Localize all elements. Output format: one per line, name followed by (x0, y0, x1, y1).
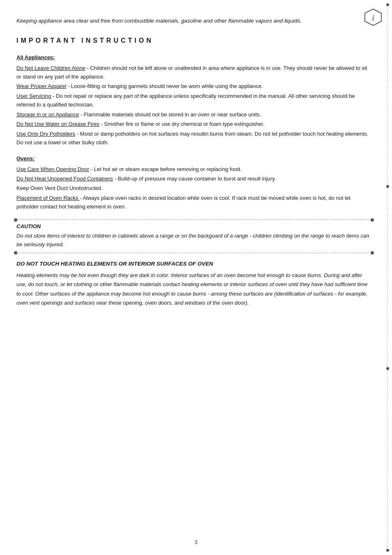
caution-dot-tr (371, 218, 374, 222)
oven-term-4: Placement of Oven Racks (16, 195, 80, 201)
border-dot-bottom (386, 549, 389, 552)
warning-block: DO NOT TOUCH HEATING ELEMENTS OR INTERIO… (16, 261, 371, 307)
right-border-decoration (386, 0, 389, 555)
oven-desc-1: - Let hot air or steam escape before rem… (89, 166, 242, 172)
ovens-label: Ovens: (16, 155, 371, 162)
ovens-block: Ovens: Use Care When Opening Door - Let … (16, 155, 371, 211)
oven-term-2: Do Not Heat Unopened Food Containers (16, 176, 113, 182)
oven-item-3: Keep Oven Vent Duct Unobstructed. (16, 184, 371, 192)
appliance-term-5: Do Not Use Water on Grease Fires (16, 121, 99, 127)
appliance-desc-3: - Do not repair or replace any part of t… (16, 93, 355, 108)
caution-label: CAUTION (16, 223, 371, 229)
oven-term-1: Use Care When Opening Door (16, 166, 89, 172)
info-icon-container: i (364, 8, 382, 28)
appliance-item-5: Do Not Use Water on Grease Fires - Smoth… (16, 120, 371, 128)
oven-item-2: Do Not Heat Unopened Food Containers - B… (16, 174, 371, 183)
oven-item-1: Use Care When Opening Door - Let hot air… (16, 165, 371, 173)
caution-text: Do not store items of interest to childr… (16, 232, 371, 249)
intro-text: Keeping appliance area clear and free fr… (16, 16, 371, 25)
caution-box: CAUTION Do not store items of interest t… (16, 220, 371, 254)
oven-desc-2: - Build-up of pressure may cause contain… (113, 176, 276, 182)
border-dot-line-2 (387, 188, 388, 367)
page-number: 3 (194, 539, 197, 545)
appliance-item-2: Wear Proper Apparel - Loose-fitting or h… (16, 82, 371, 90)
border-dot-top (386, 3, 389, 6)
border-dot-line-3 (387, 370, 388, 549)
appliance-term-1: Do Not Leave Children Alone (16, 65, 85, 71)
border-dot-mid1 (386, 185, 389, 188)
caution-dot-bl (14, 251, 17, 254)
caution-dot-br (371, 251, 374, 254)
border-dot-line-1 (387, 6, 388, 185)
appliance-item-6: Use Only Dry Potholders - Moist or damp … (16, 130, 371, 147)
appliance-term-2: Wear Proper Apparel (16, 83, 66, 89)
appliance-desc-2: - Loose-fitting or hanging garmets shoul… (66, 83, 263, 89)
appliance-term-4: Storage in or on Appliance (16, 111, 79, 118)
border-dot-mid2 (386, 367, 389, 370)
appliance-item-3: User Servicing - Do not repair or replac… (16, 92, 371, 109)
all-appliances-label: All Appliances: (16, 54, 371, 60)
page-container: i Keeping appliance area clear and free … (0, 0, 392, 555)
svg-text:i: i (372, 12, 374, 23)
warning-text: Heating elements may be hot even though … (16, 271, 371, 307)
appliance-term-3: User Servicing (16, 93, 51, 99)
appliance-desc-4: - Flammable materials should not be stor… (79, 111, 261, 118)
appliance-item-4: Storage in or on Appliance - Flammable m… (16, 110, 371, 119)
caution-dot-tl (14, 218, 17, 222)
section-title: IMPORTANT INSTRUCTION (16, 37, 371, 44)
info-icon: i (364, 8, 382, 26)
oven-item-4: Placement of Oven Racks - Always place o… (16, 194, 371, 211)
warning-title: DO NOT TOUCH HEATING ELEMENTS OR INTERIO… (16, 261, 371, 267)
appliance-term-6: Use Only Dry Potholders (16, 131, 75, 137)
appliance-desc-5: - Smother fire or flame or use dry chemi… (99, 121, 265, 127)
oven-desc-3: Keep Oven Vent Duct Unobstructed. (16, 185, 103, 191)
all-appliances-block: All Appliances: Do Not Leave Children Al… (16, 54, 371, 147)
appliance-item-1: Do Not Leave Children Alone - Children s… (16, 64, 371, 81)
